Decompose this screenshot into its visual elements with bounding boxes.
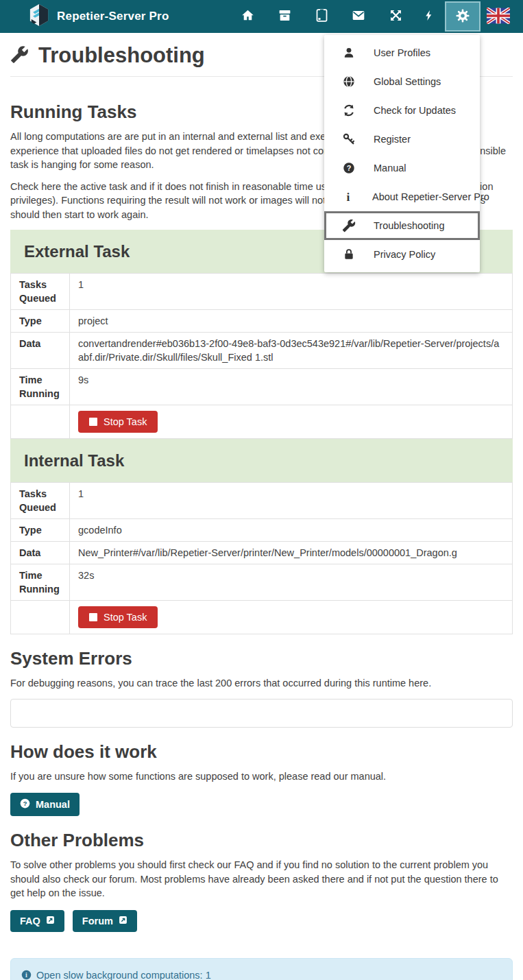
how-buttons: ? Manual	[10, 793, 513, 816]
table-row: Type project	[11, 310, 513, 333]
row-value: 9s	[70, 369, 513, 405]
wrench-icon	[341, 219, 356, 232]
row-label	[11, 601, 70, 634]
forum-button[interactable]: Forum	[73, 910, 137, 932]
table-row: Type gcodeInfo	[11, 519, 513, 542]
svg-text:i: i	[25, 971, 27, 979]
table-row: Data convertandrender#eb036b13-2f00-49e8…	[11, 333, 513, 369]
bolt-icon	[423, 8, 435, 25]
menu-item-manual[interactable]: ? Manual	[324, 154, 480, 182]
table-row: Stop Task	[11, 601, 513, 634]
other-buttons: FAQ Forum	[10, 910, 513, 932]
menu-item-check-updates[interactable]: Check for Updates	[324, 96, 480, 125]
manual-button[interactable]: ? Manual	[10, 793, 80, 816]
svg-text:i: i	[347, 190, 350, 204]
expand-arrows-icon	[389, 8, 403, 25]
row-label: Type	[11, 519, 70, 542]
external-link-icon	[46, 916, 55, 927]
printer-frame-icon	[315, 8, 329, 25]
stop-icon	[89, 613, 97, 621]
row-label: Time Running	[11, 564, 70, 601]
menu-item-label: Register	[374, 134, 411, 145]
nav-icons	[229, 0, 515, 33]
menu-item-privacy-policy[interactable]: Privacy Policy	[324, 240, 480, 269]
stop-external-task-button[interactable]: Stop Task	[78, 411, 158, 433]
language-flag-icon	[487, 8, 510, 26]
menu-item-label: User Profiles	[374, 47, 430, 58]
row-value: gcodeInfo	[70, 519, 513, 542]
brand[interactable]: Repetier-Server Pro	[29, 3, 169, 29]
system-errors-log-box	[10, 699, 513, 728]
stop-icon	[89, 418, 97, 426]
forum-button-label: Forum	[82, 916, 113, 927]
task-panels: External Task Tasks Queued 1 Type projec…	[10, 230, 513, 634]
printers-button[interactable]	[266, 0, 303, 33]
faq-button[interactable]: FAQ	[10, 910, 64, 932]
question-circle-icon: ?	[341, 161, 356, 175]
stop-internal-task-button[interactable]: Stop Task	[78, 606, 158, 628]
settings-menu: User Profiles Global Settings Check for …	[324, 35, 480, 272]
row-label: Type	[11, 310, 70, 333]
alert-text: Open slow background computations: 1	[36, 970, 211, 980]
menu-item-about[interactable]: i About Repetier-Server Pro	[324, 182, 480, 211]
table-row: Tasks Queued 1	[11, 483, 513, 519]
row-value: 32s	[70, 564, 513, 601]
external-link-icon	[119, 916, 127, 927]
background-computations-alert: i Open slow background computations: 1	[10, 958, 513, 980]
info-icon: i	[341, 190, 355, 204]
refresh-icon	[341, 104, 356, 117]
menu-item-label: Privacy Policy	[374, 249, 435, 260]
question-circle-icon: ?	[20, 798, 30, 811]
internal-task-table: Tasks Queued 1 Type gcodeInfo Data New_P…	[10, 482, 513, 634]
row-label: Time Running	[11, 369, 70, 405]
menu-item-global-settings[interactable]: Global Settings	[324, 67, 480, 96]
row-value: 1	[70, 274, 513, 310]
external-task-table: Tasks Queued 1 Type project Data convert…	[10, 273, 513, 439]
row-value: 1	[70, 483, 513, 519]
table-row: Stop Task	[11, 405, 513, 439]
svg-text:?: ?	[23, 800, 27, 807]
archive-box-icon	[278, 8, 292, 25]
globe-icon	[341, 75, 356, 88]
row-value: project	[70, 310, 513, 333]
row-value: New_Printer#/var/lib/Repetier-Server/pri…	[70, 542, 513, 564]
row-label: Tasks Queued	[11, 483, 70, 519]
page-title: Troubleshooting	[38, 43, 205, 69]
quick-actions-button[interactable]	[414, 0, 444, 33]
key-icon	[341, 132, 356, 146]
system-errors-text: For debugging reasons, you can trace the…	[10, 676, 513, 691]
app-logo	[29, 3, 49, 29]
row-label	[11, 405, 70, 439]
how-text: If you are unsure how some functions are…	[10, 769, 513, 784]
row-label: Data	[11, 542, 70, 564]
menu-item-label: Troubleshooting	[374, 220, 444, 231]
fullscreen-button[interactable]	[377, 0, 414, 33]
gear-icon	[455, 8, 470, 25]
menu-item-label: Global Settings	[374, 76, 441, 87]
system-errors-heading: System Errors	[10, 648, 513, 669]
navbar: Repetier-Server Pro	[0, 0, 523, 33]
menu-item-label: About Repetier-Server Pro	[372, 191, 489, 202]
wrench-icon	[10, 45, 29, 67]
table-row: Tasks Queued 1	[11, 274, 513, 310]
other-problems-text: To solve other problems you should first…	[10, 858, 513, 900]
other-problems-heading: Other Problems	[10, 830, 513, 850]
language-button[interactable]	[481, 0, 515, 33]
menu-item-label: Manual	[374, 163, 406, 174]
row-label: Tasks Queued	[11, 274, 70, 310]
svg-text:?: ?	[347, 164, 352, 172]
manual-button-label: Manual	[36, 799, 70, 810]
mail-icon	[351, 8, 366, 25]
stop-button-label: Stop Task	[104, 416, 147, 427]
table-row: Time Running 32s	[11, 564, 513, 601]
menu-item-register[interactable]: Register	[324, 125, 480, 154]
menu-item-user-profiles[interactable]: User Profiles	[324, 38, 480, 67]
row-label: Data	[11, 333, 70, 369]
home-button[interactable]	[229, 0, 266, 33]
menu-item-troubleshooting[interactable]: Troubleshooting	[324, 211, 480, 240]
messages-button[interactable]	[340, 0, 377, 33]
menu-item-label: Check for Updates	[374, 105, 456, 116]
settings-button[interactable]	[445, 1, 481, 32]
how-heading: How does it work	[10, 741, 513, 762]
touch-ui-button[interactable]	[303, 0, 340, 33]
